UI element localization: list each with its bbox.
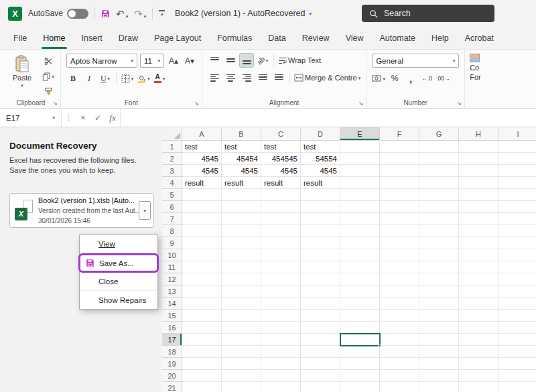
row-header-18[interactable]: 18 xyxy=(162,346,182,358)
row-header-2[interactable]: 2 xyxy=(162,153,182,165)
cell-F10[interactable] xyxy=(380,249,419,261)
formula-input[interactable] xyxy=(120,109,536,127)
cell-I14[interactable] xyxy=(498,298,536,310)
cell-E21[interactable] xyxy=(340,382,380,392)
cell-A1[interactable]: test xyxy=(182,141,222,153)
col-header-B[interactable]: B xyxy=(222,127,261,141)
cell-H9[interactable] xyxy=(459,237,498,249)
paste-button[interactable]: Paste ▾ xyxy=(7,54,38,97)
cell-C11[interactable] xyxy=(261,261,301,273)
cell-B16[interactable] xyxy=(222,322,261,334)
align-left-button[interactable] xyxy=(208,71,221,84)
cell-I16[interactable] xyxy=(498,322,536,334)
cell-G4[interactable] xyxy=(419,177,459,189)
cell-G5[interactable] xyxy=(419,189,459,201)
cell-F17[interactable] xyxy=(380,334,419,346)
tab-page-layout[interactable]: Page Layout xyxy=(146,27,209,49)
cell-A19[interactable] xyxy=(182,358,222,370)
cell-C15[interactable] xyxy=(261,310,301,322)
cell-I19[interactable] xyxy=(498,358,536,370)
col-header-A[interactable]: A xyxy=(182,127,222,141)
clipboard-dialog-launcher[interactable]: ↘ xyxy=(52,100,58,107)
cell-B13[interactable] xyxy=(222,285,261,298)
col-header-C[interactable]: C xyxy=(261,127,301,141)
cell-C21[interactable] xyxy=(261,382,301,392)
cell-F15[interactable] xyxy=(380,310,419,322)
cell-G7[interactable] xyxy=(419,213,459,225)
cell-G2[interactable] xyxy=(419,153,459,165)
cell-E12[interactable] xyxy=(340,273,380,285)
cell-D4[interactable]: result xyxy=(301,177,340,189)
cell-A15[interactable] xyxy=(182,310,222,322)
cell-B9[interactable] xyxy=(222,237,261,249)
cell-A7[interactable] xyxy=(182,213,222,225)
row-header-14[interactable]: 14 xyxy=(162,298,182,310)
alignment-dialog-launcher[interactable]: ↘ xyxy=(358,100,364,107)
row-header-20[interactable]: 20 xyxy=(162,370,182,382)
cell-H17[interactable] xyxy=(459,334,498,346)
cell-G10[interactable] xyxy=(419,249,459,261)
cell-C3[interactable]: 4545 xyxy=(261,165,301,177)
cell-H16[interactable] xyxy=(459,322,498,334)
cell-G1[interactable] xyxy=(419,141,459,153)
cell-E15[interactable] xyxy=(340,310,380,322)
cell-I5[interactable] xyxy=(498,189,536,201)
merge-centre-button[interactable]: Merge & Centre ▾ xyxy=(294,71,360,84)
cell-E16[interactable] xyxy=(340,322,380,334)
cell-B11[interactable] xyxy=(222,261,261,273)
comma-style-button[interactable]: , xyxy=(404,72,417,85)
cell-A10[interactable] xyxy=(182,249,222,261)
menu-item-save-as[interactable]: Save As... xyxy=(78,253,159,273)
row-header-9[interactable]: 9 xyxy=(162,237,182,249)
cell-I15[interactable] xyxy=(498,310,536,322)
cell-A18[interactable] xyxy=(182,346,222,358)
cell-C14[interactable] xyxy=(261,298,301,310)
cell-H1[interactable] xyxy=(459,141,498,153)
cell-I11[interactable] xyxy=(498,261,536,273)
cell-F7[interactable] xyxy=(380,213,419,225)
cell-F1[interactable] xyxy=(380,141,419,153)
cell-D17[interactable] xyxy=(301,334,340,346)
cell-C9[interactable] xyxy=(261,237,301,249)
cell-D12[interactable] xyxy=(301,273,340,285)
cell-E14[interactable] xyxy=(340,298,380,310)
cell-B5[interactable] xyxy=(222,189,261,201)
cell-G21[interactable] xyxy=(419,382,459,392)
row-header-6[interactable]: 6 xyxy=(162,201,182,213)
row-header-3[interactable]: 3 xyxy=(162,165,182,177)
tab-file[interactable]: File xyxy=(5,27,35,49)
cell-H5[interactable] xyxy=(459,189,498,201)
cell-E2[interactable] xyxy=(340,153,380,165)
cell-H20[interactable] xyxy=(459,370,498,382)
cell-D7[interactable] xyxy=(301,213,340,225)
cell-F16[interactable] xyxy=(380,322,419,334)
cell-D9[interactable] xyxy=(301,237,340,249)
row-header-17[interactable]: 17 xyxy=(162,334,182,346)
cell-G16[interactable] xyxy=(419,322,459,334)
cell-E10[interactable] xyxy=(340,249,380,261)
cell-F4[interactable] xyxy=(380,177,419,189)
align-top-button[interactable] xyxy=(208,54,221,67)
cell-E1[interactable] xyxy=(340,141,380,153)
cell-C2[interactable]: 454545 xyxy=(261,153,301,165)
tab-view[interactable]: View xyxy=(338,27,372,49)
cell-D13[interactable] xyxy=(301,285,340,298)
cell-H2[interactable] xyxy=(459,153,498,165)
cell-H19[interactable] xyxy=(459,358,498,370)
insert-function-button[interactable]: fx xyxy=(105,113,120,123)
cell-F11[interactable] xyxy=(380,261,419,273)
wrap-text-button[interactable]: Wrap Text xyxy=(278,54,321,67)
cell-H10[interactable] xyxy=(459,249,498,261)
cell-B1[interactable]: test xyxy=(222,141,261,153)
row-header-10[interactable]: 10 xyxy=(162,249,182,261)
cell-E4[interactable] xyxy=(340,177,380,189)
cell-B6[interactable] xyxy=(222,201,261,213)
redo-button[interactable]: ↷ ▾ xyxy=(134,9,146,19)
cell-I2[interactable] xyxy=(498,153,536,165)
cell-C12[interactable] xyxy=(261,273,301,285)
orientation-button[interactable]: ab ▾ xyxy=(256,54,269,67)
cell-A20[interactable] xyxy=(182,370,222,382)
cell-E11[interactable] xyxy=(340,261,380,273)
col-header-I[interactable]: I xyxy=(498,127,536,141)
cell-I4[interactable] xyxy=(498,177,536,189)
